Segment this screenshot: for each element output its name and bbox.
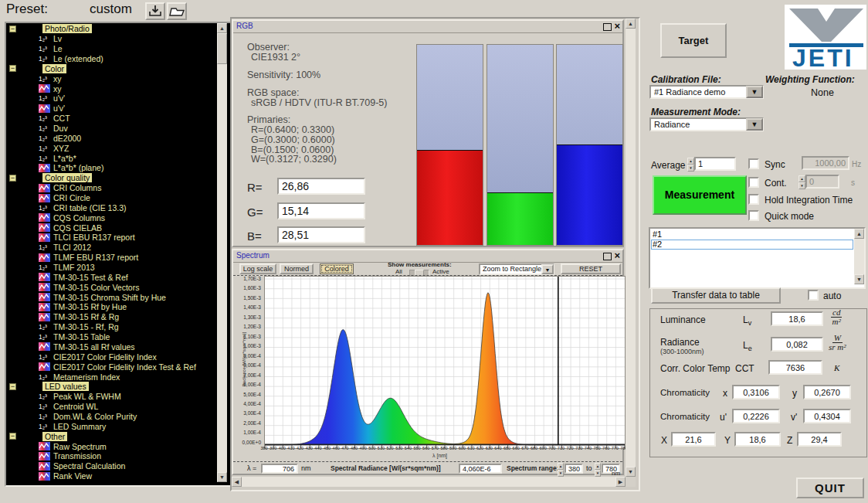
cont-spinner[interactable]: ▲▼: [798, 175, 805, 189]
tree-item-label[interactable]: Spectral Calculation: [53, 461, 125, 471]
tree-item-label[interactable]: u'v': [53, 104, 65, 113]
tree-item-label[interactable]: TLCI EBU R137 report: [53, 233, 135, 242]
tree-item[interactable]: 1₂³dE2000: [6, 133, 217, 143]
tree-item-label[interactable]: CRI Circle: [53, 193, 90, 202]
tree-item[interactable]: 1₂³u'v': [6, 93, 217, 104]
tree-item[interactable]: xy: [6, 83, 217, 93]
tree-category[interactable]: −Photo/Radio: [6, 24, 217, 34]
tree-item-label[interactable]: CQS Columns: [53, 213, 105, 223]
tree-item[interactable]: 1₂³CIE2017 Color Fidelity Index: [6, 352, 217, 362]
spin-down-icon[interactable]: ▼: [558, 470, 564, 477]
scroll-down-icon[interactable]: ▼: [854, 274, 864, 284]
scrollbar-thumb[interactable]: [217, 33, 227, 64]
chevron-down-icon[interactable]: ▼: [541, 264, 554, 274]
tree-item[interactable]: Spectral Calculation: [6, 461, 217, 471]
tree-item[interactable]: 1₂³Metamerism Index: [6, 372, 217, 382]
tree-item-label[interactable]: Dom.WL & Color Purity: [53, 412, 137, 421]
tree-item[interactable]: TM-30-15 all Rf values: [6, 342, 217, 352]
target-button[interactable]: Target: [660, 23, 727, 58]
tree-item-label[interactable]: dE2000: [53, 134, 81, 143]
tree-item-label[interactable]: CRI table (CIE 13.3): [53, 203, 127, 212]
scroll-down-icon[interactable]: ▼: [626, 467, 636, 477]
tree-item[interactable]: CQS Columns: [6, 212, 217, 223]
tree-item-label[interactable]: CIE2017 Color Fidelity Index Test & Ref: [53, 362, 196, 372]
sync-checkbox[interactable]: [748, 158, 759, 169]
tree-item[interactable]: u'v': [6, 104, 217, 114]
spin-down-icon[interactable]: ▼: [798, 182, 805, 189]
lambda-field[interactable]: 706: [261, 464, 298, 474]
maximize-icon[interactable]: [603, 253, 612, 260]
tree-item[interactable]: 1₂³Duv: [6, 124, 217, 134]
spin-down-icon[interactable]: ▼: [687, 165, 694, 172]
cct-field[interactable]: 7636: [768, 360, 822, 375]
tree-item-label[interactable]: Le (extended): [53, 54, 103, 63]
tree-item-label[interactable]: TM-30-15 Table: [53, 332, 110, 342]
r-value-field[interactable]: 26,86: [277, 178, 365, 195]
range-to-spinner[interactable]: ▲▼: [595, 463, 601, 474]
preset-save-button[interactable]: [145, 2, 165, 20]
tree-item[interactable]: 1₂³Le: [6, 44, 217, 54]
spectrum-plot[interactable]: [264, 276, 626, 449]
tree-item-label[interactable]: TM-30-15 all Rf values: [53, 342, 135, 352]
scroll-down-icon[interactable]: ▼: [217, 472, 227, 482]
mdi-horizontal-scrollbar[interactable]: ◀ ▶: [232, 477, 626, 487]
average-spinner[interactable]: ▲▼: [687, 158, 694, 171]
b-value-field[interactable]: 28,51: [277, 226, 365, 243]
tree-item[interactable]: TM-30-15 Chroma Shift by Hue: [6, 292, 217, 302]
tree-item-label[interactable]: Lv: [53, 34, 62, 43]
tree-item-label[interactable]: XYZ: [53, 144, 69, 153]
tree-item[interactable]: TM-30-15 Rf & Rg: [6, 312, 217, 322]
collapse-minus-icon[interactable]: −: [9, 383, 16, 390]
tree-item[interactable]: 1₂³Dom.WL & Color Purity: [6, 412, 217, 422]
tree-item-label[interactable]: Duv: [53, 124, 68, 133]
listbox-scrollbar[interactable]: ▲ ▼: [854, 229, 864, 284]
tree-item[interactable]: 1₂³TLMF 2013: [6, 263, 217, 273]
tree-item[interactable]: TM-30-15 Color Vectors: [6, 282, 217, 292]
tree-item[interactable]: CIE2017 Color Fidelity Index Test & Ref: [6, 362, 217, 372]
scroll-up-icon[interactable]: ▲: [626, 19, 636, 29]
tree-item-label[interactable]: xy: [53, 84, 62, 93]
radiance-field[interactable]: 0,082: [771, 337, 823, 352]
measurement-list-item[interactable]: #1: [651, 229, 853, 240]
zoom-mode-dropdown[interactable]: Zoom to Rectangle ▼: [479, 263, 554, 275]
tree-item-label[interactable]: Le: [53, 44, 63, 53]
tree-category-label[interactable]: Color: [42, 64, 66, 73]
collapse-minus-icon[interactable]: −: [9, 175, 16, 182]
calibration-file-dropdown[interactable]: #1 Radiance demo ▼: [649, 85, 764, 99]
maximize-icon[interactable]: [603, 23, 612, 31]
tree-category[interactable]: −Color: [6, 63, 217, 73]
measurement-listbox[interactable]: #1#2 ▲ ▼: [649, 227, 866, 289]
log-scale-button[interactable]: Log scale: [239, 263, 276, 274]
tree-item[interactable]: 1₂³TLCI 2012: [6, 243, 217, 253]
close-icon[interactable]: ×: [614, 250, 620, 261]
tree-item-label[interactable]: TM-30-15 - Rf, Rg: [53, 322, 119, 331]
tree-item-label[interactable]: L*a*b* (plane): [53, 163, 103, 172]
tree-category[interactable]: −Color quality: [6, 173, 217, 183]
chevron-down-icon[interactable]: ▼: [746, 118, 763, 131]
tree-item-label[interactable]: CIE2017 Color Fidelity Index: [53, 352, 157, 362]
tree-item-label[interactable]: TM-30-15 Rf by Hue: [53, 302, 127, 311]
tree-item[interactable]: TLCI EBU R137 report: [6, 233, 217, 243]
tree-item-label[interactable]: L*a*b*: [53, 154, 76, 163]
tree-category-label[interactable]: LED values: [42, 382, 89, 391]
quit-button[interactable]: QUIT: [796, 478, 864, 498]
tree-category-label[interactable]: Color quality: [42, 173, 92, 182]
spin-up-icon[interactable]: ▲: [595, 463, 601, 470]
tree-item-label[interactable]: Peak WL & FWHM: [53, 392, 121, 401]
tree-item[interactable]: 1₂³L*a*b*: [6, 153, 217, 163]
tree-item-label[interactable]: u'v': [53, 93, 65, 103]
average-field[interactable]: 1: [694, 157, 736, 171]
scroll-up-icon[interactable]: ▲: [217, 23, 227, 33]
hold-integration-checkbox[interactable]: [748, 194, 759, 205]
spin-up-icon[interactable]: ▲: [558, 463, 564, 470]
mdi-vertical-scrollbar[interactable]: ▲ ▼: [626, 19, 636, 477]
tree-item-label[interactable]: TM-30-15 Color Vectors: [53, 283, 139, 292]
z-tristimulus-field[interactable]: 29,4: [797, 432, 842, 447]
quick-mode-checkbox[interactable]: [748, 210, 759, 221]
tree-category-label[interactable]: Other: [42, 432, 67, 441]
measurement-mode-dropdown[interactable]: Radiance ▼: [649, 117, 764, 131]
tree-item[interactable]: TLMF EBU R137 report: [6, 253, 217, 263]
tree-item-label[interactable]: Transmission: [53, 451, 101, 461]
rgb-titlebar[interactable]: RGB ×: [233, 21, 622, 33]
tree-item[interactable]: 1₂³Lv: [6, 34, 217, 44]
